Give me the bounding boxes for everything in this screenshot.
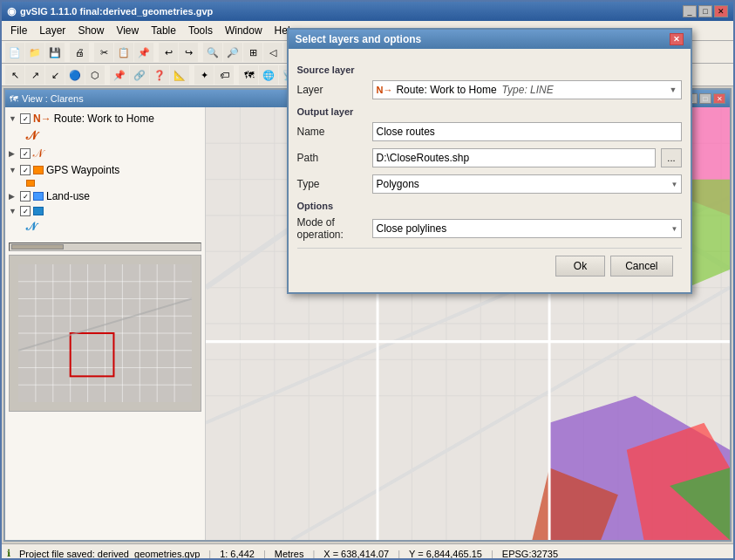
minimize-button[interactable]: _ [683, 5, 697, 17]
map-button[interactable]: 🗺 [239, 65, 258, 85]
status-units: Metres [275, 549, 304, 559]
view-title: View : Clarens [22, 93, 84, 104]
name-field-label: Name [297, 126, 367, 138]
link-button[interactable]: 🔗 [130, 65, 149, 85]
layer-expand-landuse: ▼ [9, 166, 17, 174]
paste-button[interactable]: 📌 [134, 43, 153, 62]
deselect-button[interactable]: ↙ [45, 65, 65, 85]
menu-tools[interactable]: Tools [183, 23, 218, 38]
source-layer-section: Source layer [297, 65, 682, 75]
menu-view[interactable]: View [111, 23, 144, 38]
layer-select-value: Route: Work to Home [396, 84, 496, 96]
status-x: X = 638,414.07 [323, 549, 389, 559]
identify-button[interactable]: 📌 [110, 65, 129, 85]
snap-button[interactable]: ✦ [194, 65, 214, 85]
annot-button[interactable]: 🏷 [214, 65, 234, 85]
layer-route[interactable]: ▼ N→ Route: Work to Home [9, 111, 201, 126]
mode-select[interactable]: Close polylines Close polygons [372, 219, 682, 238]
cancel-button[interactable]: Cancel [610, 256, 672, 277]
copy-button[interactable]: 📋 [114, 43, 133, 62]
menu-show[interactable]: Show [72, 23, 109, 38]
layer-select-icon: N→ [377, 85, 393, 95]
layer-check-lakes[interactable] [20, 191, 31, 201]
layer-rivers[interactable]: ▼ [9, 204, 201, 218]
ok-button[interactable]: Ok [555, 256, 605, 277]
route-button[interactable]: 📐 [170, 65, 189, 85]
layer-select-arrow: ▼ [670, 85, 677, 94]
layer-label-route: Route: Work to Home [54, 113, 154, 125]
polygon-button[interactable]: ⬡ [85, 65, 105, 85]
name-input[interactable] [372, 122, 682, 141]
menu-file[interactable]: File [5, 23, 32, 38]
type-field-label: Type [297, 178, 367, 190]
new-button[interactable]: 📄 [5, 43, 24, 62]
query-button[interactable]: ❓ [150, 65, 169, 85]
landuse-sub-icon [26, 180, 35, 187]
geo-button[interactable]: 🌐 [259, 65, 278, 85]
dialog-close-button[interactable]: ✕ [670, 33, 684, 45]
layer-select-display[interactable]: N→ Route: Work to Home Type: LINE ▼ [372, 80, 682, 99]
layer-check-route[interactable] [20, 113, 31, 124]
layer-type-label: Type: LINE [502, 84, 554, 96]
layer-label-lakes: Land-use [46, 190, 90, 202]
dialog-title-bar: Select layers and options ✕ [289, 30, 691, 49]
menu-window[interactable]: Window [220, 23, 268, 38]
menu-layer[interactable]: Layer [34, 23, 71, 38]
app-title-bar: ◉ gvSIG 1.11.0 final:derived_geometries.… [2, 2, 733, 21]
filter-button[interactable]: 🔵 [65, 65, 85, 85]
layer-landuse[interactable]: ▼ GPS Waypoints [9, 162, 201, 178]
app-icon: ◉ [7, 5, 16, 17]
menu-table[interactable]: Table [146, 23, 181, 38]
status-project: ℹ [7, 548, 10, 559]
layer-check-landuse[interactable] [20, 165, 31, 175]
layer-check-gps[interactable] [20, 148, 31, 159]
layer-lakes[interactable]: ▶ Land-use [9, 188, 201, 204]
maximize-button[interactable]: □ [698, 5, 712, 17]
view-maximize[interactable]: □ [699, 93, 711, 104]
status-epsg: EPSG:32735 [502, 549, 558, 559]
layer-field-label: Layer [297, 84, 367, 96]
layer-expand-gps: ▶ [9, 149, 17, 158]
path-field-label: Path [297, 152, 367, 164]
selectall-button[interactable]: ↗ [25, 65, 44, 85]
rivers-sub-icon: 𝒩 [26, 220, 35, 234]
landuse-icon [33, 166, 44, 174]
path-input[interactable] [372, 148, 657, 167]
layer-check-rivers[interactable] [20, 206, 31, 216]
zoom-out-button[interactable]: 🔎 [223, 43, 242, 62]
status-bar: ℹ Project file saved: derived_geometries… [2, 543, 733, 560]
view-close[interactable]: ✕ [713, 93, 725, 104]
redo-button[interactable]: ↪ [179, 43, 198, 62]
route-sub-icon: 𝒩 [26, 128, 36, 143]
layer-select-wrap: N→ Route: Work to Home Type: LINE ▼ [372, 80, 682, 99]
view-icon: 🗺 [10, 94, 18, 104]
layer-sub-rivers: 𝒩 [26, 218, 201, 236]
overview-map [9, 255, 201, 412]
layer-expand-route: ▼ [9, 114, 17, 123]
cut-button[interactable]: ✂ [94, 43, 113, 62]
route-icon: N→ [33, 113, 51, 125]
lakes-icon [33, 192, 44, 201]
output-layer-section: Output layer [297, 106, 682, 117]
save-button[interactable]: 💾 [45, 43, 65, 62]
browse-button[interactable]: ... [661, 148, 681, 167]
type-select[interactable]: Polygons Lines Points [372, 174, 682, 194]
print-button[interactable]: 🖨 [70, 43, 89, 62]
rivers-icon [33, 207, 44, 215]
open-button[interactable]: 📁 [25, 43, 44, 62]
layer-gps[interactable]: ▶ 𝒩 [9, 145, 201, 162]
close-button[interactable]: ✕ [714, 5, 728, 17]
dialog-title: Select layers and options [296, 33, 422, 45]
zoom-all-button[interactable]: ⊞ [243, 43, 262, 62]
select-layers-dialog: Select layers and options ✕ Source layer… [287, 28, 692, 294]
layer-expand-lakes: ▶ [9, 192, 17, 201]
layer-expand-rivers: ▼ [9, 207, 17, 215]
zoom-previous-button[interactable]: ◁ [263, 43, 282, 62]
layer-panel: ▼ N→ Route: Work to Home 𝒩 ▶ 𝒩 [5, 107, 206, 540]
undo-button[interactable]: ↩ [159, 43, 178, 62]
status-scale: 1: 6,442 [220, 549, 255, 559]
select2-button[interactable]: ↖ [5, 65, 24, 85]
mode-field-label: Mode of operation: [297, 216, 367, 241]
zoom-in-button[interactable]: 🔍 [203, 43, 222, 62]
layer-sub-landuse [26, 178, 201, 188]
